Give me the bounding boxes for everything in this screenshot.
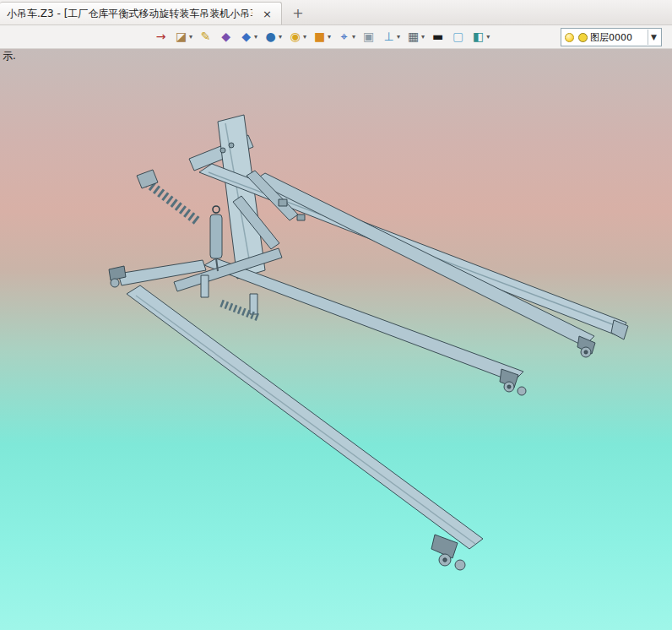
layers-button[interactable]: ◧▾ <box>469 28 491 46</box>
post-a <box>201 275 209 297</box>
bottom-leg <box>127 285 483 549</box>
sphere-shade-icon: ● <box>263 30 278 44</box>
display-mode-icon: ◪ <box>174 30 188 44</box>
crane-3d-model <box>0 49 672 630</box>
point-target-icon: ⌖ <box>337 30 351 44</box>
color-wheel-icon: ◉ <box>288 30 302 44</box>
render-display-icon: ▦ <box>406 30 420 44</box>
dropdown-caret-icon[interactable]: ▾ <box>279 33 282 41</box>
tab-bar: 小吊车.Z3 - [工厂仓库平衡式移动旋转装车吊装机小吊车] × + <box>0 0 672 25</box>
layer-selector[interactable]: 图层0000 ▼ <box>561 28 662 46</box>
point-target-button[interactable]: ⌖▾ <box>335 28 357 46</box>
canvas-button[interactable]: ▢ <box>449 28 467 46</box>
dropdown-caret-icon[interactable]: ▾ <box>486 33 490 41</box>
viewport-3d[interactable]: 示. <box>0 49 672 630</box>
datum-plane-button[interactable]: ⊥▾ <box>380 28 402 46</box>
view-toolbar: →◪▾✎◆◆▾●▾◉▾■▾⌖▾▣⊥▾▦▾▬▢◧▾ 图层0000 ▼ <box>0 25 672 49</box>
line-style-button[interactable]: ▬ <box>429 28 447 46</box>
sphere-shade-button[interactable]: ●▾ <box>262 28 284 46</box>
line-style-icon: ▬ <box>431 30 445 44</box>
sketch-edit-icon: ✎ <box>198 30 213 44</box>
purple-solid-button[interactable]: ◆ <box>217 28 235 46</box>
datum-plane-icon: ⊥ <box>382 30 396 44</box>
spring-bracket <box>137 170 158 188</box>
sketch-edit-button[interactable]: ✎ <box>197 28 214 46</box>
display-mode-button[interactable]: ◪▾ <box>172 28 194 46</box>
dropdown-caret-icon[interactable]: ▾ <box>254 33 257 41</box>
render-display-button[interactable]: ▦▾ <box>404 28 426 46</box>
dropdown-caret-icon[interactable]: ▾ <box>352 33 355 41</box>
orange-box-icon: ■ <box>312 30 327 44</box>
dropdown-caret-icon[interactable]: ▾ <box>397 33 400 41</box>
layer-dropdown-caret-icon[interactable]: ▼ <box>648 30 659 45</box>
hydraulic-cylinder <box>210 215 222 258</box>
preview-window-button[interactable]: ▣ <box>360 28 377 46</box>
dropdown-caret-icon[interactable]: ▾ <box>421 33 425 41</box>
exit-environment-button[interactable]: → <box>152 28 170 46</box>
color-wheel-button[interactable]: ◉▾ <box>286 28 308 46</box>
caster-wheel-left <box>111 279 119 287</box>
blue-solid-icon: ◆ <box>239 30 253 44</box>
spring-coil-top <box>147 182 198 221</box>
toolbar-icons: →◪▾✎◆◆▾●▾◉▾■▾⌖▾▣⊥▾▦▾▬▢◧▾ <box>152 28 491 46</box>
layers-icon: ◧ <box>471 30 485 44</box>
post-b <box>250 294 257 314</box>
caster-wheel-right-b <box>518 387 526 395</box>
hook-ring <box>213 206 219 213</box>
orange-box-button[interactable]: ■▾ <box>311 28 333 46</box>
dropdown-caret-icon[interactable]: ▾ <box>328 33 331 41</box>
dropdown-caret-icon[interactable]: ▾ <box>303 33 306 41</box>
dropdown-caret-icon[interactable]: ▾ <box>189 33 192 41</box>
second-boom <box>253 173 594 346</box>
canvas-icon: ▢ <box>451 30 465 44</box>
new-tab-button[interactable]: + <box>287 3 309 22</box>
tab-close-icon[interactable]: × <box>260 8 274 20</box>
exit-environment-icon: → <box>154 30 168 44</box>
preview-window-icon: ▣ <box>361 30 376 44</box>
document-tab-title: 小吊车.Z3 - [工厂仓库平衡式移动旋转装车吊装机小吊车] <box>7 7 252 21</box>
layer-visibility-bulb-icon[interactable] <box>565 33 574 42</box>
blue-solid-button[interactable]: ◆▾ <box>237 28 259 46</box>
layer-color-icon[interactable] <box>578 33 588 42</box>
document-tab[interactable]: 小吊车.Z3 - [工厂仓库平衡式移动旋转装车吊装机小吊车] × <box>0 2 282 24</box>
layer-name: 图层0000 <box>590 31 648 44</box>
purple-solid-icon: ◆ <box>219 30 233 44</box>
caster-wheel-bottom-b <box>455 560 465 570</box>
